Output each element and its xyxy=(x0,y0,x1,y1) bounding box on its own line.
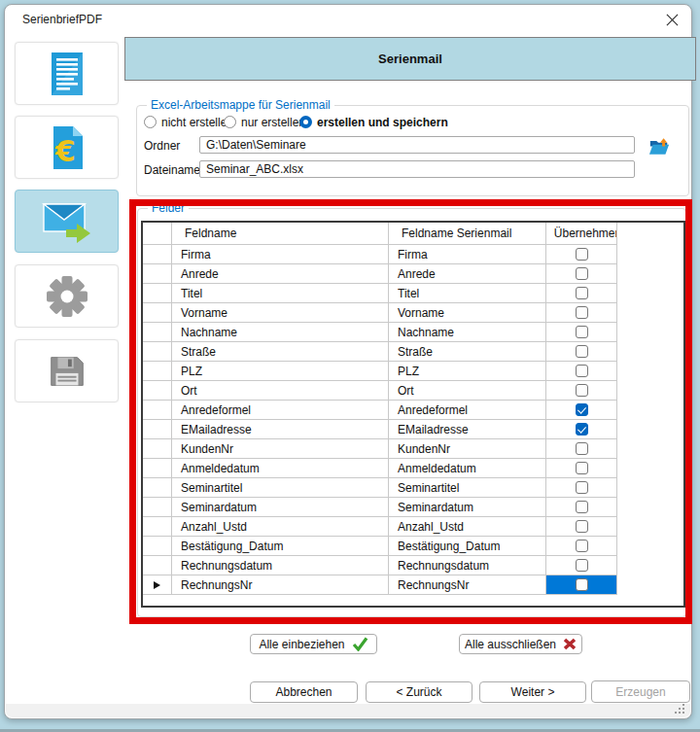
row-selector-cell[interactable] xyxy=(143,264,172,284)
row-selector-cell[interactable] xyxy=(143,284,172,303)
uebernehmen-cell[interactable] xyxy=(546,264,617,284)
feldname-serienmail-cell[interactable]: Nachname xyxy=(389,323,546,342)
uebernehmen-checkbox[interactable] xyxy=(576,267,588,280)
feldname-cell[interactable]: KundenNr xyxy=(172,439,389,459)
uebernehmen-checkbox[interactable] xyxy=(576,423,588,436)
row-selector-cell[interactable] xyxy=(143,517,172,537)
row-selector-cell[interactable] xyxy=(143,245,172,264)
row-selector-cell[interactable] xyxy=(143,498,172,517)
column-header[interactable]: Feldname Serienmail xyxy=(389,223,546,245)
feldname-cell[interactable]: Anredeformel xyxy=(172,401,389,420)
feldname-serienmail-cell[interactable]: Vorname xyxy=(389,303,546,323)
column-header[interactable]: Übernehmen xyxy=(546,223,617,245)
uebernehmen-checkbox[interactable] xyxy=(576,520,588,533)
row-selector-cell[interactable] xyxy=(143,323,172,342)
feldname-serienmail-cell[interactable]: Bestätigung_Datum xyxy=(389,537,546,556)
row-selector-cell[interactable] xyxy=(143,478,172,498)
row-selector-cell[interactable] xyxy=(143,303,172,323)
uebernehmen-checkbox[interactable] xyxy=(576,403,588,416)
uebernehmen-checkbox[interactable] xyxy=(576,287,588,299)
row-selector-cell[interactable] xyxy=(143,537,172,556)
uebernehmen-checkbox[interactable] xyxy=(576,442,588,455)
resize-grip[interactable] xyxy=(674,703,685,715)
feldname-serienmail-cell[interactable]: PLZ xyxy=(389,362,546,381)
feldname-cell[interactable]: Firma xyxy=(172,245,389,264)
uebernehmen-cell[interactable] xyxy=(546,245,617,264)
uebernehmen-cell[interactable] xyxy=(546,420,617,439)
feldname-serienmail-cell[interactable]: Firma xyxy=(389,245,546,264)
uebernehmen-checkbox[interactable] xyxy=(576,248,588,261)
feldname-serienmail-cell[interactable]: KundenNr xyxy=(389,439,546,459)
feldname-cell[interactable]: Bestätigung_Datum xyxy=(172,537,389,556)
alle-ausschliessen-button[interactable]: Alle ausschließen xyxy=(459,634,582,654)
uebernehmen-cell[interactable] xyxy=(546,362,617,381)
feldname-cell[interactable]: Seminardatum xyxy=(172,498,389,517)
row-selector-cell[interactable] xyxy=(143,420,172,439)
uebernehmen-cell[interactable] xyxy=(546,303,617,323)
row-selector-cell[interactable] xyxy=(143,439,172,459)
feldname-serienmail-cell[interactable]: Ort xyxy=(389,381,546,401)
uebernehmen-cell[interactable] xyxy=(546,498,617,517)
uebernehmen-cell[interactable] xyxy=(546,342,617,362)
radio-nur-erstellen[interactable] xyxy=(224,116,236,128)
uebernehmen-checkbox[interactable] xyxy=(576,501,588,513)
feldname-serienmail-cell[interactable]: Anredeformel xyxy=(389,401,546,420)
weiter-button[interactable]: Weiter > xyxy=(479,681,586,703)
uebernehmen-checkbox[interactable] xyxy=(576,365,588,377)
uebernehmen-cell[interactable] xyxy=(546,556,617,575)
radio-erstellen-und-speichern[interactable] xyxy=(299,116,312,128)
radio-nicht-erstellen[interactable] xyxy=(144,116,157,128)
row-selector-cell[interactable] xyxy=(143,459,172,478)
uebernehmen-cell[interactable] xyxy=(546,575,617,595)
row-selector-cell[interactable] xyxy=(143,575,172,595)
uebernehmen-checkbox[interactable] xyxy=(576,345,588,358)
feldname-cell[interactable]: Nachname xyxy=(172,323,389,342)
radio-nur-erstellen-label[interactable]: nur erstellen xyxy=(241,116,305,129)
radio-nicht-erstellen-label[interactable]: nicht erstellen xyxy=(161,116,233,129)
alle-einbeziehen-button[interactable]: Alle einbeziehen xyxy=(250,634,377,654)
uebernehmen-checkbox[interactable] xyxy=(576,384,588,397)
sidebar-item-serienmail[interactable] xyxy=(15,190,119,253)
uebernehmen-cell[interactable] xyxy=(546,401,617,420)
title-bar[interactable]: SerienbriefPDF xyxy=(5,5,691,33)
row-selector-cell[interactable] xyxy=(143,381,172,401)
sidebar-item-speichern[interactable] xyxy=(15,339,119,402)
uebernehmen-checkbox[interactable] xyxy=(576,540,588,552)
uebernehmen-checkbox[interactable] xyxy=(576,462,588,474)
uebernehmen-cell[interactable] xyxy=(546,323,617,342)
uebernehmen-checkbox[interactable] xyxy=(576,306,588,319)
feldname-cell[interactable]: Titel xyxy=(172,284,389,303)
dateiname-input[interactable] xyxy=(199,160,635,178)
uebernehmen-checkbox[interactable] xyxy=(576,481,588,494)
row-selector-cell[interactable] xyxy=(143,362,172,381)
uebernehmen-cell[interactable] xyxy=(546,478,617,498)
feldname-serienmail-cell[interactable]: RechnungsNr xyxy=(389,575,546,595)
feldname-serienmail-cell[interactable]: Titel xyxy=(389,284,546,303)
uebernehmen-cell[interactable] xyxy=(546,284,617,303)
feldname-serienmail-cell[interactable]: Anrede xyxy=(389,264,546,284)
feldname-cell[interactable]: Anmeldedatum xyxy=(172,459,389,478)
feldname-serienmail-cell[interactable]: EMailadresse xyxy=(389,420,546,439)
row-selector-cell[interactable] xyxy=(143,342,172,362)
feldname-cell[interactable]: Seminartitel xyxy=(172,478,389,498)
column-header[interactable]: Feldname xyxy=(172,223,389,245)
feldname-cell[interactable]: EMailadresse xyxy=(172,420,389,439)
close-button[interactable] xyxy=(662,11,682,28)
radio-erstellen-und-speichern-label[interactable]: erstellen und speichern xyxy=(317,116,448,129)
zurueck-button[interactable]: < Zurück xyxy=(366,681,472,703)
feldname-cell[interactable]: Anzahl_Ustd xyxy=(172,517,389,537)
feldname-cell[interactable]: Vorname xyxy=(172,303,389,323)
feldname-cell[interactable]: RechnungsNr xyxy=(172,575,389,595)
feldname-cell[interactable]: Anrede xyxy=(172,264,389,284)
uebernehmen-cell[interactable] xyxy=(546,439,617,459)
row-selector-cell[interactable] xyxy=(143,556,172,575)
erzeugen-button[interactable]: Erzeugen xyxy=(591,680,690,703)
feldname-serienmail-cell[interactable]: Anmeldedatum xyxy=(389,459,546,478)
uebernehmen-cell[interactable] xyxy=(546,537,617,556)
felder-table[interactable]: FeldnameFeldname SerienmailÜbernehmenFir… xyxy=(141,221,685,608)
ordner-input[interactable] xyxy=(199,136,635,154)
feldname-serienmail-cell[interactable]: Seminardatum xyxy=(389,498,546,517)
uebernehmen-cell[interactable] xyxy=(546,381,617,401)
feldname-serienmail-cell[interactable]: Rechnungsdatum xyxy=(389,556,546,575)
feldname-cell[interactable]: Ort xyxy=(172,381,389,401)
